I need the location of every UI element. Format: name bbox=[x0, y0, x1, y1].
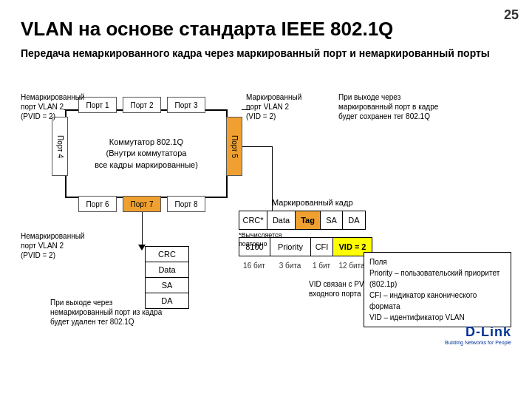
bl-16bit: 16 бит bbox=[239, 259, 270, 271]
info-line-1: Priority – пользовательский приоритет (8… bbox=[369, 267, 505, 290]
info-line-0: Поля bbox=[369, 256, 505, 267]
arrow-left-top bbox=[64, 109, 78, 110]
port-7-box: Порт 7 bbox=[123, 196, 161, 212]
td-8100: 8100 bbox=[239, 238, 270, 256]
annot-marked-port: Маркированный порт VLAN 2 (VID = 2) bbox=[246, 92, 301, 121]
td-cfi: CFI bbox=[311, 238, 333, 256]
stack-sa: SA bbox=[145, 277, 189, 293]
port-4-box: Порт 4 bbox=[52, 117, 68, 176]
bl-3bit: 3 бита bbox=[270, 259, 310, 271]
arrow-head-down bbox=[138, 245, 146, 250]
port-3-box: Порт 3 bbox=[167, 97, 205, 113]
info-line-2: CFI – индикатор канонического формата bbox=[369, 290, 505, 312]
tf-tag: Tag bbox=[296, 211, 321, 229]
diagram-area: Коммутатор 802.1Q (Внутри коммутатора вс… bbox=[21, 69, 511, 335]
dlink-name: D-Link bbox=[466, 324, 511, 340]
port-2-label: Порт 2 bbox=[130, 101, 153, 109]
tf-da: DA bbox=[343, 211, 365, 229]
port-8-box: Порт 8 bbox=[167, 196, 205, 212]
annot-unmarked-top-line3: (PVID = 2) bbox=[21, 112, 55, 120]
line-port5-to-frame bbox=[242, 146, 272, 147]
td-priority: Priority bbox=[270, 238, 311, 256]
tf-crc: CRC* bbox=[239, 211, 267, 229]
annot-note-bottom: При выходе через немаркированный порт из… bbox=[50, 298, 198, 327]
bit-labels: 16 бит 3 бита 1 бит 12 бита bbox=[239, 259, 371, 271]
dlink-logo: D-Link Building Networks for People bbox=[445, 320, 511, 349]
bl-1bit: 1 бит bbox=[310, 259, 332, 271]
marked-frame-label: Маркированный кадр bbox=[272, 197, 353, 208]
port-6-box: Порт 6 bbox=[78, 196, 117, 212]
tagged-frame: CRC* Data Tag SA DA bbox=[239, 211, 366, 230]
annot-unmarked-top: Немаркированный порт VLAN 2 (PVID = 2) bbox=[21, 92, 84, 121]
slide-title: VLAN на основе стандарта IEEE 802.1Q bbox=[21, 18, 511, 41]
annot-unmarked-bottom: Немаркированный порт VLAN 2 (PVID = 2) bbox=[21, 231, 84, 260]
port-7-label: Порт 7 bbox=[130, 200, 153, 208]
port-8-label: Порт 8 bbox=[174, 200, 197, 208]
stack-crc: CRC bbox=[145, 246, 189, 262]
port-1-label: Порт 1 bbox=[86, 101, 109, 109]
line-to-frame-end bbox=[272, 211, 294, 211]
info-box: Поля Priority – пользовательский приорит… bbox=[364, 252, 511, 327]
arrow-marked-port bbox=[242, 109, 250, 110]
port-2-box: Порт 2 bbox=[123, 97, 161, 113]
tf-data: Data bbox=[267, 211, 296, 229]
port-4-label: Порт 4 bbox=[56, 135, 64, 158]
arrow-down-port7 bbox=[142, 212, 143, 246]
switch-box bbox=[65, 109, 228, 198]
port-6-label: Порт 6 bbox=[86, 200, 109, 208]
line-vertical-to-frame bbox=[272, 146, 273, 211]
annot-note-right: При выходе через маркированный порт в ка… bbox=[338, 92, 479, 121]
tf-sa: SA bbox=[321, 211, 343, 229]
stack-data: Data bbox=[145, 262, 189, 278]
slide: 25 VLAN на основе стандарта IEEE 802.1Q … bbox=[0, 0, 532, 399]
annot-unmarked-top-line2: порт VLAN 2 bbox=[21, 103, 64, 111]
port-3-label: Порт 3 bbox=[174, 101, 197, 109]
port-5-box: Порт 5 bbox=[226, 117, 242, 176]
port-5-label: Порт 5 bbox=[231, 135, 239, 158]
slide-number: 25 bbox=[504, 7, 519, 23]
annot-unmarked-top-line1: Немаркированный bbox=[21, 93, 84, 101]
tag-decomp: 8100 Priority CFI VID = 2 bbox=[239, 237, 372, 256]
slide-subtitle: Передача немаркированного кадра через ма… bbox=[21, 47, 511, 60]
dlink-sub: Building Networks for People bbox=[445, 340, 511, 345]
